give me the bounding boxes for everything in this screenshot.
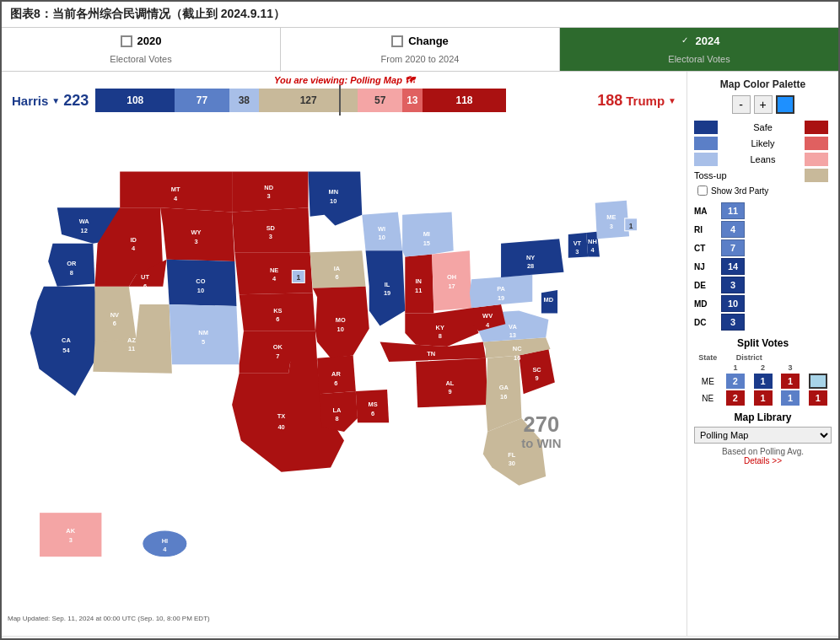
split-district-1: 1 <box>722 363 750 373</box>
split-votes-table: State District 1 2 3 ME 2 1 1 <box>694 352 832 406</box>
tab-2020-checkbox[interactable] <box>121 35 132 47</box>
small-state-dc-label: DC <box>694 318 718 327</box>
svg-text:OH: OH <box>447 273 456 281</box>
svg-text:MD: MD <box>544 296 554 304</box>
svg-text:TN: TN <box>427 350 435 358</box>
svg-text:270: 270 <box>524 412 560 436</box>
trump-name[interactable]: Trump <box>626 94 665 108</box>
svg-text:PA: PA <box>497 285 505 293</box>
details-link[interactable]: Details >> <box>694 456 832 465</box>
svg-text:19: 19 <box>384 289 390 297</box>
legend-likely: Likely <box>694 137 832 150</box>
svg-text:CA: CA <box>62 336 71 344</box>
svg-text:AZ: AZ <box>127 336 136 344</box>
svg-text:MT: MT <box>171 186 180 193</box>
svg-text:3: 3 <box>610 223 613 230</box>
svg-text:MO: MO <box>336 316 346 324</box>
svg-text:FL: FL <box>508 451 516 459</box>
electoral-bar: 108 77 38 127 57 13 118 <box>95 89 590 112</box>
svg-text:WV: WV <box>482 312 493 320</box>
split-ne-3: 1 <box>777 390 805 406</box>
small-state-dc: DC 3 <box>694 314 832 331</box>
svg-text:15: 15 <box>423 239 430 247</box>
split-col-state2 <box>694 363 722 373</box>
small-state-nj-box: 14 <box>721 258 745 275</box>
svg-text:3: 3 <box>575 248 579 255</box>
small-state-ct: CT 7 <box>694 239 832 256</box>
svg-text:KS: KS <box>273 307 282 315</box>
tab-2024[interactable]: 2024 Electoral Votes <box>560 28 838 71</box>
legend-safe-right-swatch <box>805 121 828 134</box>
svg-text:MN: MN <box>328 188 338 196</box>
svg-text:1: 1 <box>296 273 300 282</box>
svg-text:3: 3 <box>69 536 73 544</box>
svg-text:TX: TX <box>277 412 286 420</box>
sidebar: Map Color Palette - + Safe Likely Leans <box>687 72 838 636</box>
split-district-2: 2 <box>749 363 777 373</box>
small-state-de-label: DE <box>694 281 718 290</box>
split-me-row: ME 2 1 1 <box>694 373 832 390</box>
small-state-dc-box: 3 <box>721 314 745 331</box>
svg-text:OK: OK <box>273 343 283 351</box>
bar-leans-blue: 38 <box>229 89 259 112</box>
svg-text:3: 3 <box>269 233 272 240</box>
svg-text:11: 11 <box>128 345 135 352</box>
show-3rd-row: Show 3rd Party <box>697 186 832 196</box>
palette-minus-btn[interactable]: - <box>732 95 751 114</box>
footer-bar: 资料来源： 270 to Win，方正证券研究所 <box>2 636 838 640</box>
legend-safe: Safe <box>694 121 832 134</box>
tab-2024-sublabel: Electoral Votes <box>668 54 730 64</box>
map-library-select[interactable]: Polling Map <box>694 427 832 444</box>
bar-safe-blue: 108 <box>95 89 175 112</box>
small-state-ri: RI 4 <box>694 221 832 238</box>
legend-safe-label: Safe <box>724 122 801 132</box>
svg-text:OR: OR <box>67 260 77 267</box>
tab-2024-checkbox[interactable] <box>679 35 691 47</box>
svg-text:WI: WI <box>378 225 385 233</box>
harris-caret: ▼ <box>51 96 60 105</box>
state-il[interactable] <box>366 250 406 325</box>
small-state-md: MD 10 <box>694 295 832 312</box>
svg-text:6: 6 <box>371 410 374 417</box>
svg-text:3: 3 <box>267 193 271 201</box>
svg-text:SC: SC <box>532 366 541 374</box>
svg-text:HI: HI <box>162 537 168 545</box>
tab-change[interactable]: Change From 2020 to 2024 <box>281 28 560 71</box>
split-col-2 <box>777 352 805 363</box>
svg-text:VA: VA <box>509 323 517 331</box>
small-state-ma: MA 11 <box>694 202 832 219</box>
svg-text:ID: ID <box>130 236 137 244</box>
svg-text:ND: ND <box>264 184 273 191</box>
harris-count: 223 <box>63 92 89 110</box>
palette-plus-btn[interactable]: + <box>754 95 773 114</box>
svg-text:to WIN: to WIN <box>521 437 561 450</box>
svg-text:17: 17 <box>448 282 455 290</box>
svg-text:6: 6 <box>335 273 338 281</box>
svg-text:30: 30 <box>509 460 515 467</box>
small-states: MA 11 RI 4 CT 7 NJ 14 DE 3 MD 10 <box>694 202 832 331</box>
split-ne-state: NE <box>694 390 722 406</box>
show-3rd-checkbox[interactable] <box>697 186 708 196</box>
svg-text:8: 8 <box>335 415 338 422</box>
small-state-nj-label: NJ <box>694 262 718 272</box>
map-color-palette-title: Map Color Palette <box>694 78 832 90</box>
svg-text:8: 8 <box>70 269 73 277</box>
svg-text:40: 40 <box>277 423 284 431</box>
svg-text:NY: NY <box>526 254 535 261</box>
header-tabs: 2020 Electoral Votes Change From 2020 to… <box>2 28 838 72</box>
tab-change-checkbox[interactable] <box>391 35 403 47</box>
tab-2020[interactable]: 2020 Electoral Votes <box>2 28 281 71</box>
svg-text:LA: LA <box>333 406 342 414</box>
svg-text:IL: IL <box>385 281 390 288</box>
svg-text:KY: KY <box>436 324 444 331</box>
split-ne-4: 1 <box>804 390 832 406</box>
svg-text:NE: NE <box>270 266 278 274</box>
legend-leans-label: Leans <box>724 154 801 164</box>
harris-name[interactable]: Harris <box>12 94 48 108</box>
split-ne-2: 1 <box>749 390 777 406</box>
bar-likely-red: 13 <box>402 89 422 112</box>
svg-text:3: 3 <box>195 238 198 245</box>
palette-controls: - + <box>694 95 832 114</box>
svg-text:10: 10 <box>337 325 344 333</box>
small-state-de-box: 3 <box>721 277 745 293</box>
